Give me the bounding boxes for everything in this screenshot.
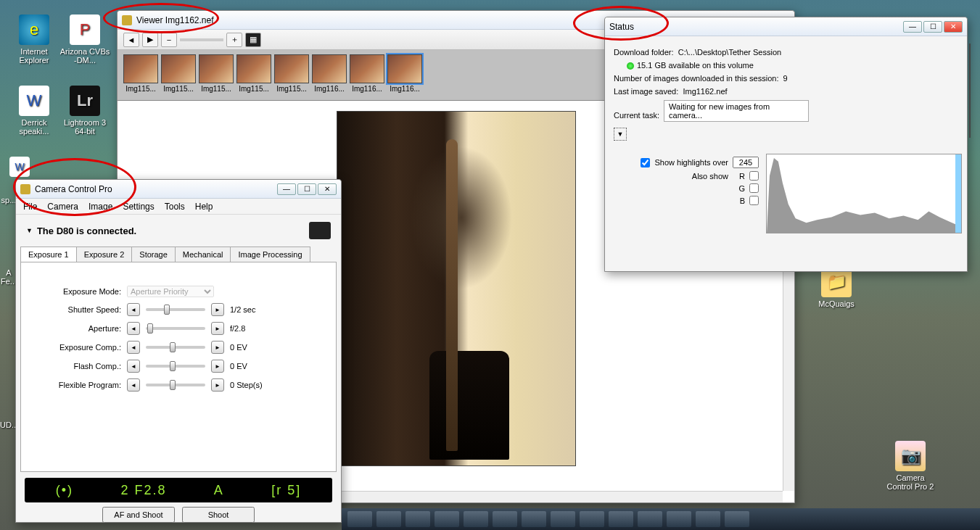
play-button[interactable]: ▶ [142, 33, 158, 47]
shutter-inc-button[interactable]: ► [211, 303, 224, 316]
thumb-4[interactable]: Img115... [274, 54, 309, 93]
flash-dec-button[interactable]: ◄ [127, 360, 140, 373]
tab-mechanical[interactable]: Mechanical [175, 247, 231, 262]
ev-inc-button[interactable]: ► [211, 341, 224, 354]
ev-label: Exposure Comp.: [34, 343, 121, 352]
zoom-slider[interactable] [180, 38, 223, 41]
shutter-dec-button[interactable]: ◄ [127, 303, 140, 316]
grid-toggle-button[interactable]: ▦ [245, 33, 261, 47]
taskbar[interactable] [342, 508, 980, 530]
flash-slider[interactable] [146, 365, 205, 368]
svg-marker-0 [767, 158, 961, 233]
word-icon[interactable]: WDerrick speaki... [9, 86, 59, 136]
ev-slider[interactable] [146, 346, 205, 349]
task-item[interactable] [609, 511, 633, 527]
viewer-app-icon [122, 15, 132, 25]
ccp2-icon[interactable]: 📷Camera Control Pro 2 [885, 441, 936, 491]
histogram [766, 154, 962, 233]
thumb-5[interactable]: Img116... [312, 54, 347, 93]
zoom-in-button[interactable]: ＋ [226, 33, 242, 47]
task-item[interactable] [405, 511, 430, 527]
lightroom-icon[interactable]: LrLightroom 3 64-bit [59, 86, 110, 136]
menu-tools[interactable]: Tools [165, 202, 185, 212]
aperture-value: f/2.8 [230, 324, 273, 333]
task-item[interactable] [376, 511, 401, 527]
aperture-dec-button[interactable]: ◄ [127, 322, 140, 335]
flash-inc-button[interactable]: ► [211, 360, 224, 373]
b-checkbox[interactable] [749, 196, 759, 205]
flex-slider[interactable] [146, 384, 205, 386]
tab-exposure2[interactable]: Exposure 2 [76, 247, 133, 262]
flex-inc-button[interactable]: ► [211, 378, 224, 392]
show-highlights-checkbox[interactable] [641, 158, 650, 167]
task-item[interactable] [638, 511, 662, 527]
tab-storage[interactable]: Storage [131, 247, 176, 262]
ccp-app-icon [20, 184, 30, 194]
r-checkbox[interactable] [749, 171, 759, 181]
dl-folder-path: C:\...\Desktop\Tether Session [678, 48, 781, 57]
ie-icon[interactable]: eInternet Explorer [9, 15, 59, 65]
status-titlebar[interactable]: Status — ☐ ✕ [605, 17, 967, 36]
thumb-1[interactable]: Img115... [161, 54, 196, 93]
exposure-mode-select[interactable]: Aperture Priority [127, 286, 214, 297]
lcd-display: (•) 2 F2.8 A [r 5] [25, 478, 332, 502]
task-item[interactable] [667, 511, 691, 527]
task-item[interactable] [493, 511, 517, 527]
flash-label: Flash Comp.: [34, 362, 121, 370]
aperture-inc-button[interactable]: ► [211, 322, 224, 335]
status-window: Status — ☐ ✕ Download folder: C:\...\Des… [604, 17, 968, 272]
folder-icon[interactable]: 📁McQuaigs [811, 267, 862, 308]
minimize-button[interactable]: — [903, 21, 922, 33]
close-button[interactable]: ✕ [318, 183, 337, 195]
maximize-button[interactable]: ☐ [297, 183, 316, 195]
af-shoot-button[interactable]: AF and Shoot [102, 507, 175, 523]
task-item[interactable] [464, 511, 488, 527]
tab-imageproc[interactable]: Image Processing [230, 247, 310, 262]
highlights-value[interactable] [733, 157, 759, 168]
task-item[interactable] [347, 511, 372, 527]
menu-help[interactable]: Help [195, 202, 213, 212]
menu-image[interactable]: Image [88, 202, 112, 212]
task-value: Waiting for new images from camera... [664, 100, 809, 122]
thumb-3[interactable]: Img115... [236, 54, 271, 93]
exposure-mode-label: Exposure Mode: [34, 287, 121, 296]
aperture-slider[interactable] [146, 327, 205, 330]
minimize-button[interactable]: — [277, 183, 296, 195]
main-photo [337, 111, 576, 466]
task-item[interactable] [522, 511, 546, 527]
task-item[interactable] [725, 511, 749, 527]
status-thumbnail [969, 44, 971, 138]
ev-dec-button[interactable]: ◄ [127, 341, 140, 354]
flex-dec-button[interactable]: ◄ [127, 378, 140, 392]
task-item[interactable] [696, 511, 720, 527]
thumb-6[interactable]: Img116... [350, 54, 384, 93]
task-item[interactable] [435, 511, 459, 527]
g-checkbox[interactable] [749, 183, 759, 193]
shutter-slider[interactable] [146, 308, 205, 311]
flex-label: Flexible Program: [34, 381, 121, 389]
task-item[interactable] [551, 511, 575, 527]
shoot-button[interactable]: Shoot [182, 507, 255, 523]
ccp-menubar: File Camera Image Settings Tools Help [16, 199, 341, 215]
disk-space: 15.1 GB available on this volume [637, 61, 754, 70]
menu-camera[interactable]: Camera [47, 202, 78, 212]
menu-settings[interactable]: Settings [123, 202, 154, 212]
tab-exposure1[interactable]: Exposure 1 [20, 247, 77, 262]
close-button[interactable]: ✕ [944, 21, 963, 33]
menu-file[interactable]: File [23, 202, 37, 212]
ccp-titlebar[interactable]: Camera Control Pro — ☐ ✕ [16, 180, 341, 199]
thumb-0[interactable]: Img115... [123, 54, 158, 93]
disclosure-triangle-icon[interactable]: ▼ [26, 227, 33, 234]
thumb-2[interactable]: Img115... [199, 54, 234, 93]
expand-toggle[interactable]: ▼ [614, 128, 627, 141]
flex-value: 0 Step(s) [230, 381, 273, 389]
task-item[interactable] [580, 511, 604, 527]
camera-control-window: Camera Control Pro — ☐ ✕ File Camera Ima… [15, 179, 342, 523]
maximize-button[interactable]: ☐ [923, 21, 942, 33]
prev-button[interactable]: ◄ [123, 33, 139, 47]
thumb-7[interactable]: Img116... [387, 54, 422, 93]
zoom-out-button[interactable]: − [161, 33, 177, 47]
count-value: 9 [783, 74, 788, 83]
word2-icon[interactable]: W [9, 157, 30, 179]
ppt-icon[interactable]: PArizona CVBs -DM... [59, 15, 110, 65]
